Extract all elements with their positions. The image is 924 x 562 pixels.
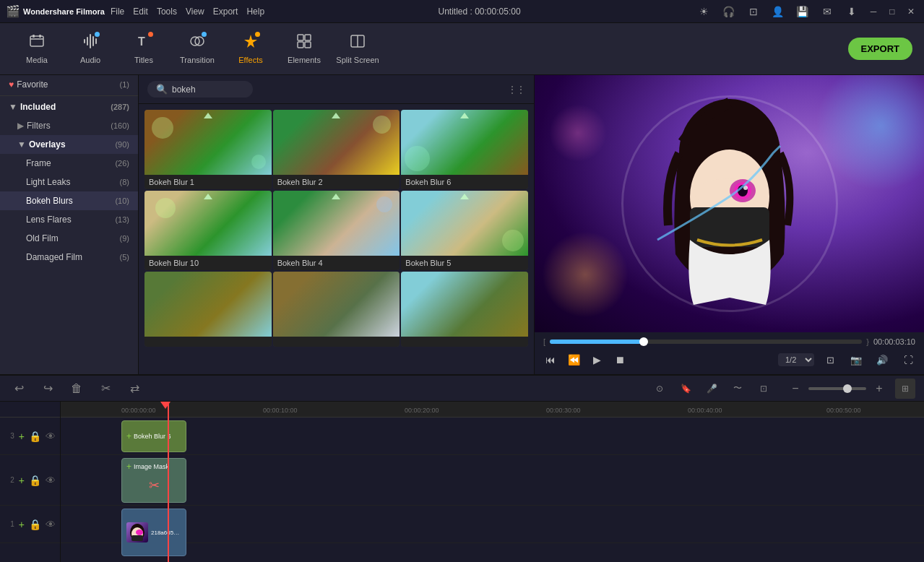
quality-select[interactable]: 1/2 Full 1/4 [778,353,814,366]
track2-add-icon[interactable]: + [19,475,25,486]
menu-view[interactable]: View [186,7,204,17]
fullscreen-icon[interactable]: ⛶ [898,350,918,370]
zoom-in-button[interactable]: + [869,379,889,399]
step-back-button[interactable]: ⏪ [564,350,584,370]
sidebar-item-included[interactable]: ▼ Included (287) [0,98,138,116]
search-input[interactable] [172,85,244,95]
effect-thumb-row3-2: + [273,272,400,337]
search-box[interactable]: 🔍 [147,81,253,98]
track1-eye-icon[interactable]: 👁 [46,519,56,530]
fit-timeline-button[interactable]: ⊞ [895,379,915,399]
zoom-slider[interactable] [808,387,866,390]
sidebar-item-lens-flares[interactable]: Lens Flares (13) [0,210,138,229]
play-button[interactable]: ▶ [587,350,607,370]
track3-lock-icon[interactable]: 🔒 [29,431,41,442]
track3-add-icon[interactable]: + [19,431,25,442]
clip-image-mask[interactable]: + Image Mask ✂ [121,458,186,503]
snap-icon[interactable]: ⊙ [649,379,670,399]
menu-file[interactable]: File [111,7,124,17]
sidebar-item-light-leaks[interactable]: Light Leaks (8) [0,173,138,191]
close-button[interactable]: ✕ [904,4,918,19]
track1-lock-icon[interactable]: 🔒 [29,519,41,530]
save-icon[interactable]: 💾 [793,1,813,22]
sidebar-item-overlays[interactable]: ▼ Overlays (90) [0,135,138,154]
export-button[interactable]: EXPORT [848,38,912,60]
track2-header: 2 + 🔒 👁 [0,455,60,506]
sidebar-item-old-film[interactable]: Old Film (9) [0,229,138,248]
split-screen-icon [350,33,366,53]
effect-bokeh-blur-2[interactable]: + Bokeh Blur 2 [273,110,400,189]
effect-bokeh-blur-1[interactable]: + Bokeh Blur 1 [144,110,272,189]
progress-bar[interactable] [550,340,862,344]
headset-icon[interactable]: 🎧 [719,1,739,22]
screenshot-icon[interactable]: 📷 [846,350,866,370]
maximize-button[interactable]: □ [885,4,899,19]
toolbar-split-screen[interactable]: Split Screen [332,27,383,71]
svg-rect-9 [298,42,303,48]
effect-bokeh-blur-4[interactable]: + Bokeh Blur 4 [273,191,400,270]
effects-label: Effects [238,56,262,64]
track2-lock-icon[interactable]: 🔒 [29,475,41,486]
timeline-toolbar: ↩ ↪ 🗑 ✂ ⇄ ⊙ 🔖 🎤 〜 ⊡ − + ⊞ [0,376,924,402]
ruler-mark-0: 00:00:00:00 [121,407,156,414]
marker-icon[interactable]: 🔖 [675,379,696,399]
toolbar-titles[interactable]: T Titles [118,27,169,71]
effects-sidebar: ♥ Favorite (1) ▼ Included (287) ▶ Filter… [0,75,139,374]
sidebar-item-frame[interactable]: Frame (26) [0,154,138,173]
effect-row3-2[interactable]: + [273,272,400,347]
effect-row3-1[interactable]: + [144,272,272,347]
track1-add-icon[interactable]: + [19,519,25,530]
box-icon[interactable]: ⊡ [743,1,764,22]
clip-bokeh-blur-6[interactable]: + Bokeh Blur 6 [121,420,186,452]
toolbar-elements[interactable]: Elements [279,27,329,71]
effect-bokeh-blur-6[interactable]: + Bokeh Blur 6 [401,110,528,189]
menu-export[interactable]: Export [213,7,238,17]
progress-handle[interactable] [639,337,648,346]
mic-icon[interactable]: 🎤 [701,379,722,399]
effect-row3-3[interactable]: + [401,272,528,347]
track3-eye-icon[interactable]: 👁 [46,431,56,442]
menu-tools[interactable]: Tools [157,7,177,17]
adjust-button[interactable]: ⇄ [124,379,144,399]
stop-button[interactable]: ⏹ [610,350,630,370]
sidebar-item-favorite[interactable]: ♥ Favorite (1) [0,75,138,94]
track3-header: 3 + 🔒 👁 [0,418,60,455]
menu-help[interactable]: Help [246,7,264,17]
redo-button[interactable]: ↪ [38,379,58,399]
effect-bokeh-blur-5[interactable]: + Bokeh Blur 5 [401,191,528,270]
user-icon[interactable]: 👤 [768,1,788,22]
track-headers: 3 + 🔒 👁 2 + 🔒 👁 1 + 🔒 👁 [0,402,61,562]
rewind-button[interactable]: ⏮ [540,350,561,370]
sidebar-item-damaged-film[interactable]: Damaged Film (5) [0,248,138,267]
grid-options-icon[interactable]: ⋮⋮ [508,85,525,95]
bokeh-blurs-count: (10) [115,196,129,205]
cut-button[interactable]: ✂ [95,379,116,399]
clip-video[interactable]: 218a665b063b8 [121,509,186,556]
sidebar-item-bokeh-blurs[interactable]: Bokeh Blurs (10) [0,191,138,210]
effect-bokeh-blur-10[interactable]: + Bokeh Blur 10 [144,191,272,270]
pip-icon[interactable]: ⊡ [754,379,774,399]
mail-icon[interactable]: ✉ [817,1,837,22]
filters-label: Filters [27,121,51,131]
toolbar-effects[interactable]: Effects [225,27,276,71]
minimize-button[interactable]: ─ [866,4,881,19]
delete-button[interactable]: 🗑 [66,379,87,399]
undo-button[interactable]: ↩ [9,379,29,399]
effects-grid: + Bokeh Blur 1 + Bokeh Blur 2 + [139,104,534,353]
screen-mode-icon[interactable]: ⊡ [820,350,840,370]
notification-icon[interactable]: ☀ [694,1,714,22]
track2-eye-icon[interactable]: 👁 [46,475,56,486]
favorite-count: (1) [120,80,129,89]
audio-level-icon[interactable]: 🔊 [872,350,892,370]
toolbar-media[interactable]: Media [12,27,62,71]
wave-icon[interactable]: 〜 [727,379,748,399]
timeline-right-tools: ⊙ 🔖 🎤 〜 ⊡ − + ⊞ [649,379,915,399]
zoom-out-button[interactable]: − [785,379,806,399]
timeline-content: 3 + 🔒 👁 2 + 🔒 👁 1 + 🔒 👁 [0,402,924,562]
toolbar-transition[interactable]: Transition [172,27,223,71]
menu-edit[interactable]: Edit [133,7,148,17]
sidebar-item-filters[interactable]: ▶ Filters (160) [0,116,138,135]
toolbar-audio[interactable]: Audio [65,27,116,71]
download-icon[interactable]: ⬇ [842,1,862,22]
zoom-handle[interactable] [843,384,852,393]
